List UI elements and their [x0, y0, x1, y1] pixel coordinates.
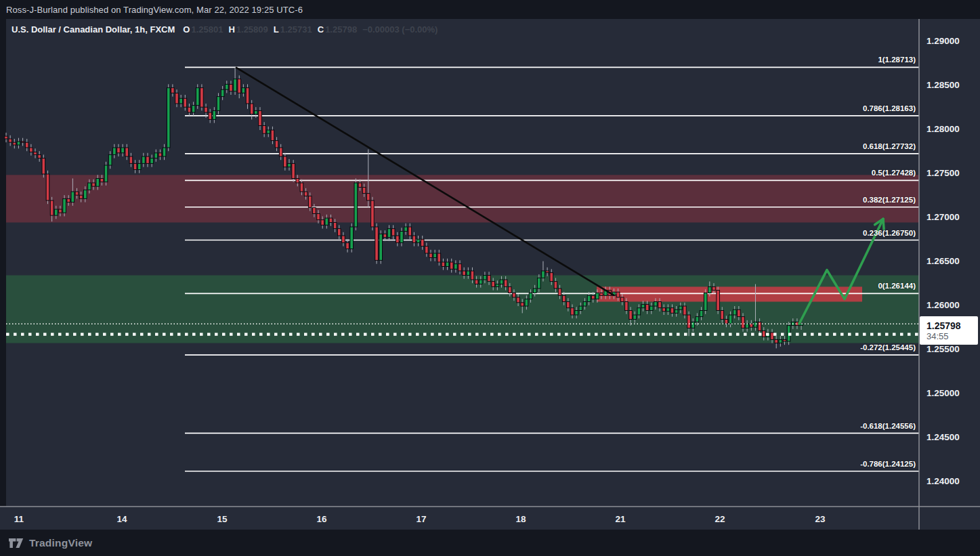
candle-down — [13, 142, 16, 145]
candle-up — [542, 271, 545, 278]
close-label: C — [318, 24, 324, 35]
time-axis[interactable] — [0, 507, 980, 530]
candle-up — [325, 218, 328, 225]
candle-down — [238, 79, 241, 93]
candle-down — [421, 239, 424, 246]
candle-down — [463, 271, 466, 276]
candle-up — [779, 339, 782, 343]
candle-up — [500, 280, 503, 284]
resistance-zone-red[interactable] — [6, 175, 919, 222]
candle-down — [758, 322, 761, 330]
candle-up — [666, 308, 670, 312]
candle-up — [479, 280, 482, 284]
candle-up — [729, 315, 732, 324]
candle-up — [583, 302, 587, 307]
candle-down — [450, 262, 453, 269]
candle-down — [100, 179, 104, 182]
symbol-title[interactable]: U.S. Dollar / Canadian Dollar, 1h, FXCM — [12, 24, 175, 35]
high-label: H — [228, 24, 234, 35]
candle-up — [733, 309, 736, 315]
current-price-badge: 1.25798 34:55 — [920, 316, 978, 345]
candle-up — [675, 309, 678, 313]
candle-down — [492, 282, 495, 287]
candle-down — [275, 141, 278, 148]
candle-down — [670, 308, 674, 314]
candle-up — [179, 98, 183, 104]
candle-up — [225, 84, 228, 89]
high-value: 1.25809 — [236, 24, 268, 35]
candle-up — [649, 306, 653, 311]
bar-countdown: 34:55 — [926, 331, 978, 341]
candle-down — [300, 183, 303, 192]
supply-box-red[interactable] — [597, 286, 862, 301]
symbol-legend[interactable]: U.S. Dollar / Canadian Dollar, 1h, FXCM … — [12, 24, 438, 35]
candle-down — [513, 293, 516, 298]
candle-down — [721, 311, 724, 320]
tradingview-logo-icon[interactable] — [9, 538, 24, 548]
candle-up — [525, 299, 528, 306]
tradingview-brand-text[interactable]: TradingView — [29, 537, 92, 549]
candle-down — [209, 112, 212, 119]
candle-up — [221, 89, 224, 96]
candle-up — [696, 317, 699, 322]
candle-down — [471, 271, 474, 280]
candle-down — [508, 286, 511, 293]
candle-down — [337, 229, 341, 236]
candle-up — [142, 156, 146, 163]
candle-down — [284, 156, 287, 167]
price-axis[interactable] — [919, 19, 980, 507]
candle-up — [484, 276, 487, 280]
candle-up — [350, 227, 354, 249]
candle-down — [5, 136, 8, 139]
candle-down — [775, 339, 778, 343]
candle-down — [259, 110, 262, 125]
candle-down — [429, 253, 433, 258]
candle-down — [683, 306, 687, 315]
candle-up — [700, 311, 703, 317]
candle-down — [771, 333, 774, 339]
candle-down — [292, 163, 295, 178]
candle-up — [641, 304, 645, 307]
candle-down — [205, 107, 208, 112]
candle-down — [263, 126, 266, 134]
candle-up — [96, 179, 100, 187]
candle-up — [150, 158, 154, 164]
candle-down — [645, 304, 649, 310]
candle-down — [517, 297, 520, 303]
candle-down — [408, 227, 412, 236]
candle-down — [391, 229, 395, 236]
candle-down — [117, 148, 121, 153]
candle-down — [342, 236, 345, 242]
chart-plot[interactable] — [0, 0, 980, 556]
candle-down — [475, 280, 478, 284]
candle-up — [596, 293, 599, 299]
candle-down — [620, 297, 624, 302]
candle-down — [442, 262, 445, 267]
candle-up — [387, 229, 391, 238]
candle-up — [417, 239, 420, 242]
candle-down — [712, 286, 716, 290]
candle-down — [313, 207, 316, 213]
candle-down — [21, 142, 24, 142]
candle-down — [738, 309, 741, 316]
candle-down — [783, 339, 786, 341]
candle-down — [383, 234, 387, 237]
candle-up — [379, 234, 383, 260]
candle-down — [125, 148, 129, 156]
candle-down — [396, 236, 400, 242]
candle-down — [366, 194, 370, 200]
candle-down — [92, 183, 95, 186]
candle-down — [412, 236, 416, 242]
current-price-value: 1.25798 — [926, 320, 978, 331]
candle-down — [546, 271, 549, 273]
candle-down — [567, 302, 570, 308]
candle-down — [629, 311, 633, 320]
candle-up — [63, 198, 66, 213]
candle-up — [137, 163, 141, 169]
candle-up — [637, 308, 641, 315]
low-label: L — [274, 24, 279, 35]
candle-up — [704, 293, 707, 311]
candle-down — [362, 188, 366, 194]
candle-down — [246, 88, 249, 104]
candle-down — [762, 330, 765, 337]
